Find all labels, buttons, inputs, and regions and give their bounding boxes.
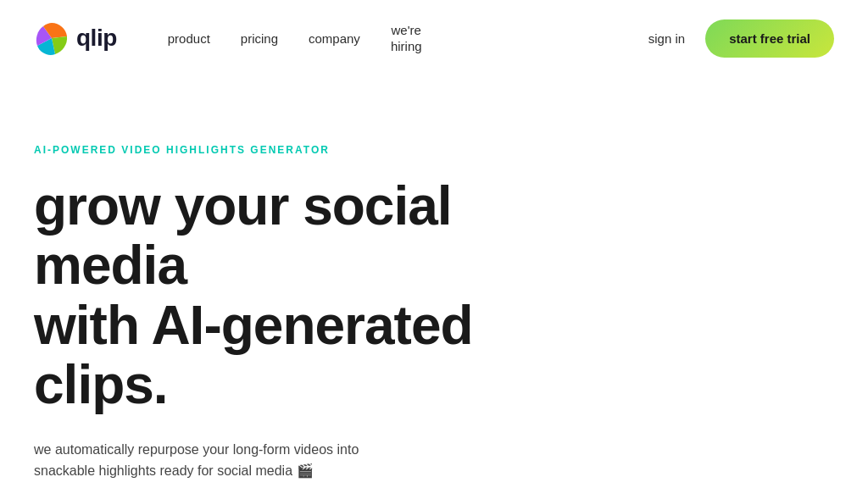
- logo-text: qlip: [76, 25, 117, 52]
- hero-headline: grow your social media with AI-generated…: [34, 176, 526, 415]
- header-actions: sign in start free trial: [648, 19, 834, 58]
- nav-pricing[interactable]: pricing: [241, 31, 278, 46]
- hero-headline-line1: grow your social media: [34, 175, 452, 296]
- hero-headline-line2: with AI-generated clips.: [34, 295, 473, 415]
- nav-hiring[interactable]: we're hiring: [391, 22, 422, 55]
- nav-product[interactable]: product: [168, 31, 210, 46]
- hero-subtext: we automatically repurpose your long-for…: [34, 439, 407, 482]
- logo[interactable]: qlip: [34, 20, 117, 56]
- qlip-logo-icon: [34, 20, 70, 56]
- nav-hiring-line2: hiring: [391, 39, 422, 53]
- nav-company[interactable]: company: [309, 31, 360, 46]
- hero-eyebrow: AI-POWERED VIDEO HIGHLIGHTS GENERATOR: [34, 144, 834, 156]
- sign-in-button[interactable]: sign in: [648, 31, 685, 46]
- main-nav: product pricing company we're hiring: [168, 22, 648, 55]
- start-trial-button[interactable]: start free trial: [705, 19, 834, 58]
- nav-hiring-line1: we're: [392, 23, 421, 37]
